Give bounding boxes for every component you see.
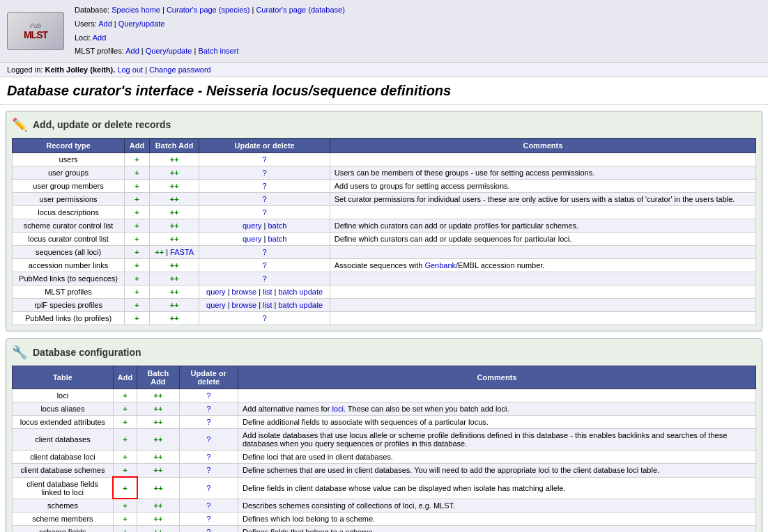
update-delete-cell[interactable]: ? — [179, 451, 238, 464]
update-link[interactable]: ? — [206, 484, 210, 492]
add-link[interactable]: + — [123, 501, 127, 510]
add-cell[interactable]: + — [113, 477, 137, 499]
batch-add-link[interactable]: ++ — [153, 515, 162, 523]
batch-add-cell[interactable]: ++ — [137, 499, 179, 513]
add-link[interactable]: + — [135, 301, 139, 309]
add-link[interactable]: + — [135, 261, 139, 269]
add-cell[interactable]: + — [125, 219, 150, 233]
batch-add-link[interactable]: ++ — [153, 501, 162, 510]
add-cell[interactable]: + — [125, 233, 150, 246]
update-delete-cell[interactable]: query | browse | list | batch update — [199, 299, 330, 312]
update-delete-cell[interactable]: ? — [199, 246, 330, 259]
add-cell[interactable]: + — [113, 499, 137, 513]
batch-add-cell[interactable]: ++ — [137, 402, 179, 416]
add-cell[interactable]: + — [125, 299, 150, 312]
add-cell[interactable]: + — [125, 312, 150, 325]
batch-add-link[interactable]: ++ — [153, 466, 162, 474]
add-link[interactable]: + — [123, 528, 127, 532]
update-link[interactable]: ? — [206, 528, 210, 532]
users-query-update-link[interactable]: Query/update — [118, 19, 165, 28]
add-cell[interactable]: + — [125, 246, 150, 259]
fasta-link[interactable]: FASTA — [170, 248, 194, 256]
add-link[interactable]: + — [135, 248, 139, 256]
update-link[interactable]: ? — [263, 208, 267, 217]
batch-add-cell[interactable]: ++ — [149, 153, 199, 166]
batch-add-link[interactable]: ++ — [153, 418, 162, 426]
update-delete-cell[interactable]: query | batch — [199, 233, 330, 246]
update-delete-cell[interactable]: ? — [179, 464, 238, 478]
add-cell[interactable]: + — [113, 526, 137, 532]
update-link[interactable]: ? — [206, 418, 210, 426]
curators-page-database-link[interactable]: Curator's page (database) — [256, 6, 344, 14]
add-link[interactable]: + — [123, 466, 127, 474]
batch-add-cell[interactable]: ++ — [149, 233, 199, 246]
browse-link[interactable]: browse — [232, 301, 256, 309]
mlst-query-update-link[interactable]: Query/update — [146, 47, 192, 55]
update-link[interactable]: ? — [206, 391, 210, 400]
batch-add-cell[interactable]: ++ — [137, 429, 179, 451]
update-link[interactable]: ? — [263, 314, 267, 322]
batch-add-cell[interactable]: ++ | FASTA — [149, 246, 199, 259]
update-link[interactable]: ? — [263, 261, 267, 269]
batch-add-cell[interactable]: ++ — [149, 285, 199, 299]
batch-add-cell[interactable]: ++ — [149, 193, 199, 206]
batch-add-link[interactable]: ++ — [170, 314, 179, 322]
add-link[interactable]: + — [123, 405, 127, 413]
update-delete-cell[interactable]: ? — [199, 312, 330, 325]
add-cell[interactable]: + — [125, 206, 150, 219]
batch-add-cell[interactable]: ++ — [137, 451, 179, 464]
batch-add-link[interactable]: ++ — [154, 484, 163, 492]
update-link[interactable]: ? — [206, 515, 210, 523]
batch-add-cell[interactable]: ++ — [149, 166, 199, 180]
batch-add-link[interactable]: ++ — [170, 208, 179, 217]
batch-add-cell[interactable]: ++ — [149, 180, 199, 193]
add-cell[interactable]: + — [125, 259, 150, 272]
update-delete-cell[interactable]: ? — [199, 259, 330, 272]
add-link[interactable]: + — [135, 221, 139, 230]
update-delete-cell[interactable]: query | batch — [199, 219, 330, 233]
add-link[interactable]: + — [123, 391, 127, 400]
batch-add-link[interactable]: ++ — [170, 261, 179, 269]
add-cell[interactable]: + — [125, 180, 150, 193]
update-delete-cell[interactable]: ? — [179, 416, 238, 429]
add-link[interactable]: + — [135, 155, 139, 164]
loci-add-link[interactable]: Add — [93, 33, 107, 42]
update-delete-cell[interactable]: ? — [179, 526, 238, 532]
update-delete-cell[interactable]: ? — [199, 206, 330, 219]
batch-add-cell[interactable]: ++ — [149, 219, 199, 233]
genbank-link[interactable]: Genbank — [424, 261, 456, 269]
add-cell[interactable]: + — [113, 451, 137, 464]
add-cell[interactable]: + — [113, 429, 137, 451]
update-delete-cell[interactable]: ? — [199, 193, 330, 206]
batch-add-link[interactable]: ++ — [170, 221, 179, 230]
update-delete-cell[interactable]: query | browse | list | batch update — [199, 285, 330, 299]
add-cell[interactable]: + — [113, 389, 137, 402]
update-link[interactable]: ? — [263, 274, 267, 283]
update-link[interactable]: ? — [263, 182, 267, 190]
batch-add-link[interactable]: ++ — [170, 169, 179, 177]
list-link[interactable]: list — [263, 288, 272, 296]
batch-add-cell[interactable]: ++ — [149, 206, 199, 219]
batch-add-link[interactable]: ++ — [153, 453, 162, 461]
add-link[interactable]: + — [123, 453, 127, 461]
update-link[interactable]: ? — [206, 435, 210, 444]
update-delete-cell[interactable]: ? — [199, 180, 330, 193]
add-cell[interactable]: + — [125, 272, 150, 285]
batch-add-link[interactable]: ++ — [153, 391, 162, 400]
update-delete-cell[interactable]: ? — [179, 477, 238, 499]
update-link[interactable]: ? — [263, 169, 267, 177]
update-delete-cell[interactable]: ? — [199, 153, 330, 166]
batch-add-cell[interactable]: ++ — [137, 416, 179, 429]
change-password-link[interactable]: Change password — [149, 65, 211, 74]
add-link[interactable]: + — [135, 288, 139, 296]
batch-add-link[interactable]: ++ — [153, 528, 162, 532]
add-cell[interactable]: + — [113, 464, 137, 478]
batch-add-link[interactable]: ++ — [170, 288, 179, 296]
batch-add-link[interactable]: ++ — [170, 235, 179, 243]
batch-add-link[interactable]: ++ — [170, 274, 179, 283]
add-link[interactable]: + — [135, 195, 139, 203]
update-link[interactable]: ? — [263, 155, 267, 164]
update-link[interactable]: ? — [206, 453, 210, 461]
list-link[interactable]: list — [263, 301, 272, 309]
add-link[interactable]: + — [123, 435, 127, 444]
